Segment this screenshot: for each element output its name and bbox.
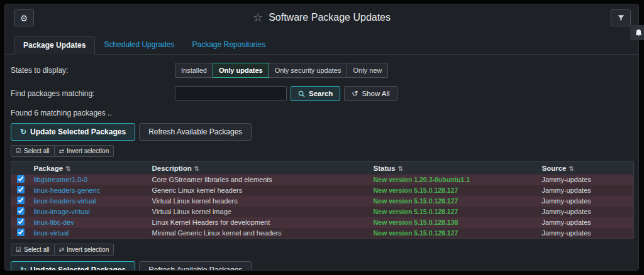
package-description: Virtual Linux kernel headers bbox=[148, 196, 370, 207]
column-header-source[interactable]: Source⇅ bbox=[538, 162, 634, 175]
package-description: Linux Kernel Headers for development bbox=[148, 217, 370, 228]
table-row: linux-virtual Minimal Generic Linux kern… bbox=[11, 228, 634, 239]
tab-package-repositories[interactable]: Package Repositories bbox=[183, 36, 274, 54]
row-checkbox[interactable] bbox=[17, 207, 25, 215]
show-all-button[interactable]: ↺ Show All bbox=[344, 86, 397, 101]
main-panel: ⚙ ☆ Software Package Updates Package Upd… bbox=[4, 4, 639, 271]
package-description: Virtual Linux kernel image bbox=[148, 207, 370, 217]
tab-package-updates[interactable]: Package Updates bbox=[14, 36, 95, 55]
table-row: libgstreamer1.0-0 Core GStreamer librari… bbox=[11, 175, 634, 185]
top-action-row: ↻ Update Selected Packages Refresh Avail… bbox=[5, 123, 638, 141]
row-checkbox[interactable] bbox=[17, 218, 25, 225]
invert-selection-icon: ⇄ bbox=[59, 247, 64, 253]
search-row: Find packages matching: Search ↺ Show Al… bbox=[5, 86, 638, 101]
invert-selection-icon: ⇄ bbox=[59, 148, 64, 154]
page-title-wrap: ☆ Software Package Updates bbox=[253, 12, 391, 23]
package-source: Jammy-updates bbox=[538, 196, 634, 207]
package-link[interactable]: libgstreamer1.0-0 bbox=[34, 176, 88, 183]
search-label: Find packages matching: bbox=[11, 86, 175, 98]
search-icon bbox=[298, 90, 305, 97]
package-status: New version 5.15.0.128.127 bbox=[374, 197, 458, 205]
page-title: Software Package Updates bbox=[269, 12, 391, 23]
state-only-new-button[interactable]: Only new bbox=[347, 63, 388, 78]
states-button-group: Installed Only updates Only security upd… bbox=[175, 63, 388, 78]
table-row: linux-headers-generic Generic Linux kern… bbox=[11, 185, 634, 196]
row-checkbox[interactable] bbox=[17, 229, 25, 236]
gear-icon: ⚙ bbox=[20, 13, 28, 23]
package-status: New version 5.15.0.128.127 bbox=[374, 229, 458, 237]
row-checkbox[interactable] bbox=[17, 175, 25, 183]
select-all-button-top[interactable]: ☑ Select all bbox=[11, 145, 55, 157]
sort-icon: ⇅ bbox=[65, 165, 70, 172]
column-header-status[interactable]: Status⇅ bbox=[370, 162, 538, 175]
states-row: States to display: Installed Only update… bbox=[5, 63, 638, 78]
sort-icon: ⇅ bbox=[194, 165, 199, 172]
table-row: linux-libc-dev Linux Kernel Headers for … bbox=[11, 217, 634, 228]
update-selected-button-bottom[interactable]: ↻ Update Selected Packages bbox=[11, 261, 135, 271]
package-status: New version 5.15.0.128.138 bbox=[374, 218, 458, 226]
search-input[interactable] bbox=[175, 86, 287, 101]
invert-selection-button-bottom[interactable]: ⇄ Invert selection bbox=[54, 244, 114, 256]
package-link[interactable]: linux-headers-generic bbox=[34, 186, 101, 194]
package-source: Jammy-updates bbox=[538, 185, 634, 196]
package-link[interactable]: linux-headers-virtual bbox=[34, 197, 96, 205]
sort-icon: ⇅ bbox=[398, 165, 403, 172]
table-row: linux-headers-virtual Virtual Linux kern… bbox=[11, 196, 634, 207]
notifications-button[interactable] bbox=[630, 25, 644, 40]
state-installed-button[interactable]: Installed bbox=[175, 63, 213, 78]
package-description: Generic Linux kernel headers bbox=[148, 185, 370, 196]
header-bar: ⚙ ☆ Software Package Updates bbox=[5, 4, 638, 31]
settings-button[interactable]: ⚙ bbox=[14, 9, 34, 26]
select-all-icon: ☑ bbox=[16, 247, 21, 253]
package-link[interactable]: linux-virtual bbox=[34, 229, 69, 237]
sort-icon: ⇅ bbox=[569, 165, 574, 172]
filter-icon bbox=[617, 14, 625, 22]
state-only-security-updates-button[interactable]: Only security updates bbox=[269, 63, 348, 78]
package-link[interactable]: linux-image-virtual bbox=[34, 208, 90, 215]
tab-bar: Package Updates Scheduled Upgrades Packa… bbox=[5, 36, 638, 55]
state-only-updates-button[interactable]: Only updates bbox=[213, 63, 269, 78]
show-all-icon: ↺ bbox=[352, 90, 358, 97]
row-checkbox[interactable] bbox=[17, 197, 25, 204]
filter-button[interactable] bbox=[611, 9, 631, 26]
bottom-action-row: ↻ Update Selected Packages Refresh Avail… bbox=[5, 261, 638, 271]
package-source: Jammy-updates bbox=[538, 228, 634, 239]
table-header-row: Package⇅ Description⇅ Status⇅ Source⇅ bbox=[11, 162, 634, 175]
bottom-select-row: ☑ Select all ⇄ Invert selection bbox=[5, 244, 638, 256]
refresh-available-button-top[interactable]: Refresh Available Packages bbox=[139, 123, 252, 141]
package-source: Jammy-updates bbox=[538, 175, 634, 185]
refresh-icon: ↻ bbox=[20, 266, 26, 271]
top-select-row: ☑ Select all ⇄ Invert selection bbox=[5, 145, 638, 157]
package-link[interactable]: linux-libc-dev bbox=[34, 218, 74, 226]
package-status: New version 5.15.0.128.127 bbox=[374, 208, 458, 215]
results-count-text: Found 6 matching packages .. bbox=[5, 109, 638, 117]
refresh-available-button-bottom[interactable]: Refresh Available Packages bbox=[139, 261, 252, 271]
column-header-package[interactable]: Package⇅ bbox=[30, 162, 148, 175]
header-checkbox-col bbox=[11, 162, 30, 175]
select-all-button-bottom[interactable]: ☑ Select all bbox=[11, 244, 55, 256]
package-description: Core GStreamer libraries and elements bbox=[148, 175, 370, 185]
select-all-icon: ☑ bbox=[16, 148, 21, 154]
row-checkbox[interactable] bbox=[17, 186, 25, 193]
star-icon[interactable]: ☆ bbox=[253, 12, 263, 23]
package-status: New version 5.15.0.128.127 bbox=[374, 186, 458, 194]
states-label: States to display: bbox=[11, 63, 175, 75]
refresh-icon: ↻ bbox=[20, 128, 26, 136]
update-selected-button-top[interactable]: ↻ Update Selected Packages bbox=[11, 123, 135, 141]
invert-selection-button-top[interactable]: ⇄ Invert selection bbox=[54, 145, 114, 157]
column-header-description[interactable]: Description⇅ bbox=[148, 162, 370, 175]
table-row: linux-image-virtual Virtual Linux kernel… bbox=[11, 207, 634, 217]
package-source: Jammy-updates bbox=[538, 207, 634, 217]
tab-scheduled-upgrades[interactable]: Scheduled Upgrades bbox=[95, 36, 183, 54]
package-description: Minimal Generic Linux kernel and headers bbox=[148, 228, 370, 239]
search-button[interactable]: Search bbox=[291, 86, 340, 101]
bell-icon bbox=[635, 29, 643, 37]
package-source: Jammy-updates bbox=[538, 217, 634, 228]
packages-table: Package⇅ Description⇅ Status⇅ Source⇅ li… bbox=[11, 161, 634, 239]
package-status: New version 1.20.3-0ubuntu1.1 bbox=[374, 176, 470, 183]
